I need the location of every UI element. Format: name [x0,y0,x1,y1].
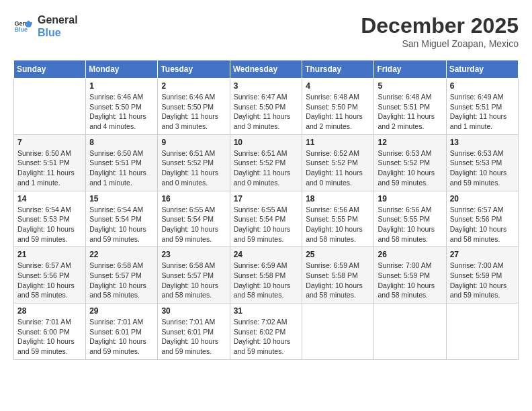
weekday-header-wednesday: Wednesday [230,60,302,79]
day-detail: Sunrise: 6:48 AMSunset: 5:51 PMDaylight:… [378,92,442,132]
logo: General Blue General Blue [13,13,78,39]
title-block: December 2025 San Miguel Zoapan, Mexico [361,13,519,49]
calendar-cell: 17Sunrise: 6:55 AMSunset: 5:54 PMDayligh… [230,191,302,247]
day-detail: Sunrise: 6:55 AMSunset: 5:54 PMDaylight:… [161,205,226,244]
calendar-cell: 5Sunrise: 6:48 AMSunset: 5:51 PMDaylight… [374,79,446,135]
day-number: 10 [234,138,299,147]
logo-icon: General Blue [13,17,32,36]
calendar-week-row: 1Sunrise: 6:46 AMSunset: 5:50 PMDaylight… [14,79,519,135]
calendar-cell [446,304,518,360]
day-number: 16 [161,194,226,203]
day-detail: Sunrise: 6:54 AMSunset: 5:54 PMDaylight:… [89,205,154,244]
day-detail: Sunrise: 6:58 AMSunset: 5:57 PMDaylight:… [161,261,226,300]
calendar-cell [374,304,446,360]
day-number: 3 [234,81,299,91]
calendar-cell: 16Sunrise: 6:55 AMSunset: 5:54 PMDayligh… [158,191,230,247]
day-number: 19 [378,194,442,203]
day-detail: Sunrise: 6:57 AMSunset: 5:56 PMDaylight:… [450,205,515,244]
day-detail: Sunrise: 6:46 AMSunset: 5:50 PMDaylight:… [161,92,226,132]
day-number: 23 [161,250,226,259]
calendar-cell: 28Sunrise: 7:01 AMSunset: 6:00 PMDayligh… [14,304,86,360]
day-detail: Sunrise: 7:01 AMSunset: 6:00 PMDaylight:… [17,317,82,357]
calendar-cell: 31Sunrise: 7:02 AMSunset: 6:02 PMDayligh… [230,304,302,360]
weekday-header-sunday: Sunday [14,60,86,79]
day-number: 5 [378,81,442,91]
calendar-cell: 13Sunrise: 6:53 AMSunset: 5:53 PMDayligh… [446,134,518,191]
day-detail: Sunrise: 7:00 AMSunset: 5:59 PMDaylight:… [450,261,515,300]
page-header: General Blue General Blue December 2025 … [13,13,519,49]
day-number: 9 [161,138,226,147]
day-detail: Sunrise: 6:59 AMSunset: 5:58 PMDaylight:… [306,261,370,300]
calendar-cell [14,79,86,135]
day-number: 8 [89,138,154,147]
day-number: 29 [89,306,154,316]
day-detail: Sunrise: 7:01 AMSunset: 6:01 PMDaylight:… [89,317,154,357]
calendar-cell: 24Sunrise: 6:59 AMSunset: 5:58 PMDayligh… [230,247,302,304]
calendar-cell: 8Sunrise: 6:50 AMSunset: 5:51 PMDaylight… [86,134,158,191]
day-detail: Sunrise: 6:49 AMSunset: 5:51 PMDaylight:… [450,92,515,132]
day-detail: Sunrise: 6:51 AMSunset: 5:52 PMDaylight:… [161,148,226,188]
logo-text-blue: Blue [38,26,78,39]
day-number: 31 [234,306,299,316]
weekday-header-friday: Friday [374,60,446,79]
weekday-header-monday: Monday [86,60,158,79]
calendar-cell: 25Sunrise: 6:59 AMSunset: 5:58 PMDayligh… [302,247,374,304]
day-number: 15 [89,194,154,203]
calendar-cell: 1Sunrise: 6:46 AMSunset: 5:50 PMDaylight… [86,79,158,135]
calendar-cell: 14Sunrise: 6:54 AMSunset: 5:53 PMDayligh… [14,191,86,247]
calendar-cell: 12Sunrise: 6:53 AMSunset: 5:52 PMDayligh… [374,134,446,191]
day-number: 27 [450,250,515,259]
day-number: 25 [306,250,370,259]
day-detail: Sunrise: 6:52 AMSunset: 5:52 PMDaylight:… [306,148,370,188]
calendar-week-row: 21Sunrise: 6:57 AMSunset: 5:56 PMDayligh… [14,247,519,304]
calendar-cell: 29Sunrise: 7:01 AMSunset: 6:01 PMDayligh… [86,304,158,360]
day-number: 18 [306,194,370,203]
calendar-cell: 26Sunrise: 7:00 AMSunset: 5:59 PMDayligh… [374,247,446,304]
day-number: 28 [17,306,82,316]
calendar-cell: 22Sunrise: 6:58 AMSunset: 5:57 PMDayligh… [86,247,158,304]
day-number: 22 [89,250,154,259]
calendar-cell: 23Sunrise: 6:58 AMSunset: 5:57 PMDayligh… [158,247,230,304]
day-number: 30 [161,306,226,316]
calendar-table: SundayMondayTuesdayWednesdayThursdayFrid… [13,60,519,360]
svg-text:Blue: Blue [14,27,28,34]
month-title: December 2025 [361,13,519,38]
day-number: 14 [17,194,82,203]
calendar-cell: 4Sunrise: 6:48 AMSunset: 5:50 PMDaylight… [302,79,374,135]
calendar-cell: 10Sunrise: 6:51 AMSunset: 5:52 PMDayligh… [230,134,302,191]
day-number: 2 [161,81,226,91]
day-number: 4 [306,81,370,91]
calendar-cell [302,304,374,360]
calendar-cell: 30Sunrise: 7:01 AMSunset: 6:01 PMDayligh… [158,304,230,360]
day-detail: Sunrise: 6:53 AMSunset: 5:52 PMDaylight:… [378,148,442,188]
day-detail: Sunrise: 7:00 AMSunset: 5:59 PMDaylight:… [378,261,442,300]
day-number: 20 [450,194,515,203]
day-detail: Sunrise: 6:54 AMSunset: 5:53 PMDaylight:… [17,205,82,244]
day-detail: Sunrise: 6:58 AMSunset: 5:57 PMDaylight:… [89,261,154,300]
day-detail: Sunrise: 6:46 AMSunset: 5:50 PMDaylight:… [89,92,154,132]
calendar-cell: 15Sunrise: 6:54 AMSunset: 5:54 PMDayligh… [86,191,158,247]
day-number: 13 [450,138,515,147]
weekday-header-saturday: Saturday [446,60,518,79]
calendar-cell: 21Sunrise: 6:57 AMSunset: 5:56 PMDayligh… [14,247,86,304]
calendar-week-row: 14Sunrise: 6:54 AMSunset: 5:53 PMDayligh… [14,191,519,247]
day-number: 6 [450,81,515,91]
day-number: 1 [89,81,154,91]
day-number: 26 [378,250,442,259]
calendar-header-row: SundayMondayTuesdayWednesdayThursdayFrid… [14,60,519,79]
day-number: 11 [306,138,370,147]
day-detail: Sunrise: 6:50 AMSunset: 5:51 PMDaylight:… [89,148,154,188]
calendar-week-row: 28Sunrise: 7:01 AMSunset: 6:00 PMDayligh… [14,304,519,360]
day-detail: Sunrise: 7:02 AMSunset: 6:02 PMDaylight:… [234,317,299,357]
location: San Miguel Zoapan, Mexico [361,38,519,49]
calendar-cell: 11Sunrise: 6:52 AMSunset: 5:52 PMDayligh… [302,134,374,191]
calendar-cell: 2Sunrise: 6:46 AMSunset: 5:50 PMDaylight… [158,79,230,135]
day-number: 21 [17,250,82,259]
calendar-cell: 3Sunrise: 6:47 AMSunset: 5:50 PMDaylight… [230,79,302,135]
calendar-cell: 18Sunrise: 6:56 AMSunset: 5:55 PMDayligh… [302,191,374,247]
day-number: 17 [234,194,299,203]
weekday-header-thursday: Thursday [302,60,374,79]
day-number: 12 [378,138,442,147]
calendar-cell: 6Sunrise: 6:49 AMSunset: 5:51 PMDaylight… [446,79,518,135]
calendar-cell: 27Sunrise: 7:00 AMSunset: 5:59 PMDayligh… [446,247,518,304]
